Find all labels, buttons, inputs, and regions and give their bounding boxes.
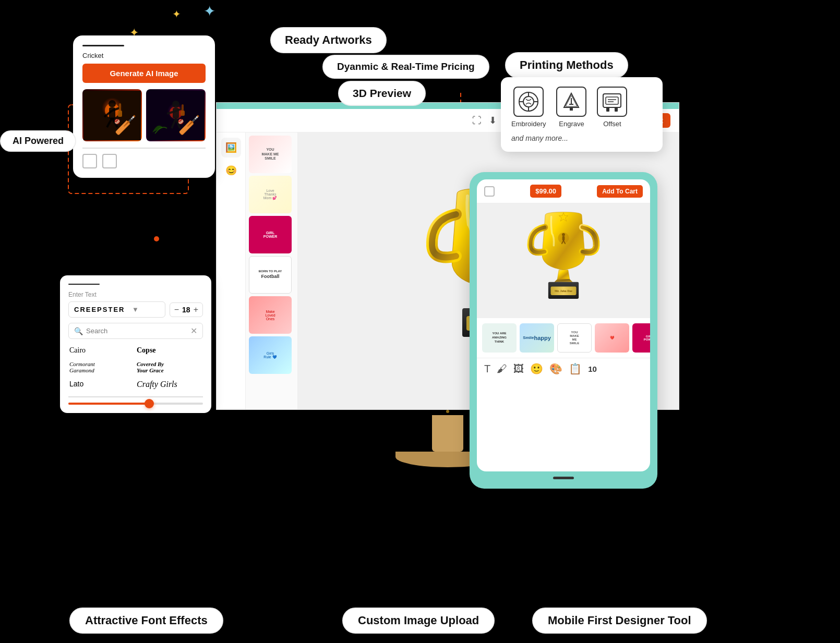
3d-preview-label: 3D Preview bbox=[353, 87, 411, 99]
mobile-art-5[interactable]: GIRLPOWER bbox=[632, 323, 650, 353]
font-slider[interactable] bbox=[68, 403, 203, 405]
font-selector-dropdown[interactable]: CREEPSTER ▼ bbox=[68, 301, 165, 318]
font-item-cairo[interactable]: Cairo bbox=[68, 344, 136, 357]
search-icon: 🔍 bbox=[74, 327, 83, 335]
font-item-copse[interactable]: Copse bbox=[136, 344, 203, 357]
mobile-first-label: Mobile First Designer Tool bbox=[548, 614, 691, 627]
sidebar-emoji-icon[interactable]: 😊 bbox=[221, 161, 241, 180]
mobile-art-1[interactable]: YOU AREAMAZINGTHINK bbox=[482, 323, 517, 353]
svg-rect-55 bbox=[562, 236, 565, 240]
svg-rect-47 bbox=[606, 97, 618, 104]
font-panel-divider bbox=[68, 396, 203, 397]
font-item-covered[interactable]: Covered ByYour Grace bbox=[136, 359, 203, 375]
cricket-image-1 bbox=[82, 89, 142, 141]
download-icon[interactable]: ⬇ bbox=[489, 115, 497, 126]
mobile-art-3[interactable]: YOUMAKEMESMILE bbox=[557, 323, 592, 353]
mobile-device: $99.00 Add To Cart bbox=[470, 172, 657, 489]
embroidery-label: Embroidery bbox=[511, 120, 546, 128]
font-panel: Enter Text CREEPSTER ▼ − 18 + 🔍 ✕ Cairo … bbox=[60, 275, 211, 413]
embroidery-icon bbox=[513, 87, 544, 117]
font-panel-input-label: Enter Text bbox=[68, 291, 203, 298]
mobile-artworks-row: YOU AREAMAZINGTHINK Smilehappy YOUMAKEME… bbox=[477, 318, 650, 358]
custom-image-label: Custom Image Upload bbox=[358, 614, 479, 627]
artwork-thumb-5[interactable]: MakeLovedOnes bbox=[249, 296, 292, 334]
font-slider-thumb[interactable] bbox=[145, 399, 154, 408]
offset-label: Offset bbox=[603, 120, 621, 128]
sidebar-image-icon[interactable]: 🖼️ bbox=[221, 138, 241, 157]
font-item-lato[interactable]: Lato bbox=[68, 378, 136, 391]
mobile-list-tool-icon[interactable]: 📋 bbox=[569, 362, 582, 375]
printing-methods-label: Printing Methods bbox=[520, 58, 614, 71]
font-name-display: CREEPSTER bbox=[74, 306, 125, 313]
sparkle-icon: ✦ bbox=[172, 8, 181, 20]
dropdown-arrow-icon: ▼ bbox=[132, 306, 140, 313]
ai-panel: Cricket Generate AI Image bbox=[73, 35, 215, 178]
3d-preview-callout: 3D Preview bbox=[338, 81, 426, 106]
mobile-price-button[interactable]: $99.00 bbox=[530, 185, 561, 198]
mobile-brush-tool-icon[interactable]: 🖌 bbox=[497, 363, 507, 375]
font-search-row: 🔍 ✕ bbox=[68, 323, 203, 339]
mobile-first-callout: Mobile First Designer Tool bbox=[532, 608, 707, 634]
svg-rect-45 bbox=[606, 107, 609, 112]
svg-rect-21 bbox=[181, 111, 185, 116]
mobile-top-bar: $99.00 Add To Cart bbox=[477, 179, 650, 203]
ready-artworks-label: Ready Artworks bbox=[285, 33, 372, 46]
offset-icon bbox=[597, 87, 627, 117]
engrave-icon bbox=[556, 87, 586, 117]
mobile-trophy-area: Mr. John Doe bbox=[477, 203, 650, 318]
cricket-image-2 bbox=[146, 89, 206, 141]
artwork-thumb-6[interactable]: GirlsRule 💙 bbox=[249, 336, 292, 374]
ready-artworks-callout: Ready Artworks bbox=[270, 27, 387, 53]
ai-checkbox-1[interactable] bbox=[82, 154, 97, 168]
svg-line-6 bbox=[112, 118, 117, 127]
artwork-thumb-2[interactable]: LoveThanksMom 💕 bbox=[249, 176, 292, 213]
dynamic-pricing-callout: Dyanmic & Real-Time Pricing bbox=[322, 55, 489, 79]
monitor-neck bbox=[432, 415, 463, 452]
mobile-add-to-cart-button[interactable]: Add To Cart bbox=[597, 185, 643, 198]
mobile-text-tool-icon[interactable]: T bbox=[484, 363, 490, 375]
engrave-item: Engrave bbox=[556, 87, 586, 128]
mobile-home-indicator bbox=[553, 477, 574, 479]
ai-powered-callout: AI Powered bbox=[0, 130, 76, 152]
svg-point-14 bbox=[172, 101, 179, 108]
mobile-pattern-tool-icon[interactable]: 🎨 bbox=[549, 362, 562, 375]
attractive-font-label: Attractive Font Effects bbox=[85, 614, 208, 627]
clear-search-icon[interactable]: ✕ bbox=[190, 326, 197, 336]
svg-point-54 bbox=[562, 233, 565, 236]
ai-panel-cricket-label: Cricket bbox=[82, 52, 206, 59]
generate-ai-image-button[interactable]: Generate AI Image bbox=[82, 64, 206, 83]
svg-line-17 bbox=[176, 118, 180, 128]
expand-icon[interactable]: ⛶ bbox=[472, 115, 482, 126]
mobile-trophy-svg: Mr. John Doe bbox=[517, 206, 610, 316]
mobile-art-4[interactable]: ❤️ bbox=[595, 323, 629, 353]
attractive-font-callout: Attractive Font Effects bbox=[69, 608, 223, 634]
sparkle-icon: ✦ bbox=[203, 3, 215, 20]
ai-panel-divider bbox=[82, 148, 206, 149]
designer-artwork-panel: YOUMAKE MESMILE LoveThanksMom 💕 GIRLPOWE… bbox=[246, 132, 298, 410]
printing-icons-row: Embroidery Engrave bbox=[511, 87, 652, 128]
mobile-checkbox[interactable] bbox=[484, 186, 495, 197]
font-item-crafty[interactable]: Crafty Girls bbox=[136, 378, 203, 391]
mobile-tool-count: 10 bbox=[588, 365, 597, 373]
ai-powered-label: AI Powered bbox=[13, 136, 64, 146]
font-item-cormorant[interactable]: CormorantGaramond bbox=[68, 359, 136, 375]
artwork-thumb-1[interactable]: YOUMAKE MESMILE bbox=[249, 136, 292, 173]
font-search-input[interactable] bbox=[86, 327, 187, 335]
mobile-art-2[interactable]: Smilehappy bbox=[520, 323, 554, 353]
svg-text:Mr. John Doe: Mr. John Doe bbox=[555, 289, 572, 293]
ai-panel-top-line bbox=[82, 45, 124, 46]
artwork-thumb-3[interactable]: GIRLPOWER bbox=[249, 216, 292, 253]
svg-rect-10 bbox=[118, 111, 122, 117]
mobile-image-tool-icon[interactable]: 🖼 bbox=[513, 363, 524, 375]
artwork-thumb-4[interactable]: BORN TO PLAYFootball bbox=[249, 256, 292, 294]
font-selector-row: CREEPSTER ▼ − 18 + bbox=[68, 301, 203, 318]
ai-generated-images bbox=[82, 89, 206, 141]
font-size-decrease-button[interactable]: − bbox=[174, 305, 179, 314]
font-size-increase-button[interactable]: + bbox=[194, 305, 198, 314]
mobile-emoji-tool-icon[interactable]: 🙂 bbox=[530, 362, 543, 375]
ai-panel-checkboxes bbox=[82, 154, 206, 168]
font-size-display: 18 bbox=[182, 306, 190, 314]
offset-item: Offset bbox=[597, 87, 627, 128]
ai-checkbox-2[interactable] bbox=[102, 154, 117, 168]
font-slider-fill bbox=[68, 403, 149, 405]
